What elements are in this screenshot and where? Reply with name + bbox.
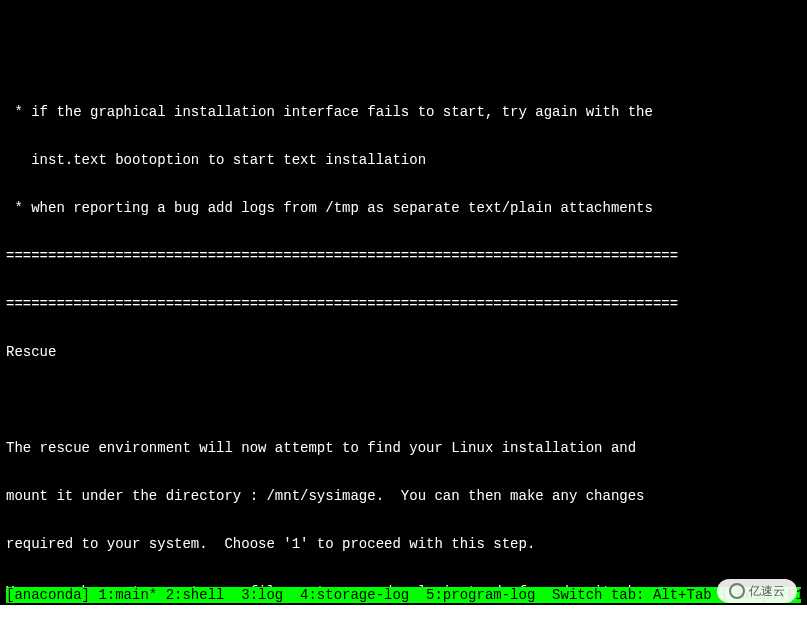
tip-line: * if the graphical installation interfac… bbox=[6, 104, 801, 120]
watermark-icon bbox=[729, 583, 745, 599]
bottom-margin bbox=[0, 605, 807, 629]
tip-line: * when reporting a bug add logs from /tm… bbox=[6, 200, 801, 216]
status-tabs[interactable]: [anaconda] 1:main* 2:shell 3:log 4:stora… bbox=[6, 587, 544, 603]
rescue-text: The rescue environment will now attempt … bbox=[6, 440, 801, 456]
watermark-text: 亿速云 bbox=[749, 583, 785, 599]
tmux-status-bar[interactable]: [anaconda] 1:main* 2:shell 3:log 4:stora… bbox=[6, 587, 801, 603]
tip-line: inst.text bootoption to start text insta… bbox=[6, 152, 801, 168]
watermark-badge: 亿速云 bbox=[717, 579, 797, 603]
rescue-text bbox=[6, 392, 801, 408]
terminal-output: * if the graphical installation interfac… bbox=[0, 64, 807, 629]
separator-line: ========================================… bbox=[6, 248, 801, 264]
rescue-title: Rescue bbox=[6, 344, 801, 360]
rescue-text: required to your system. Choose '1' to p… bbox=[6, 536, 801, 552]
separator-line: ========================================… bbox=[6, 296, 801, 312]
rescue-text: mount it under the directory : /mnt/sysi… bbox=[6, 488, 801, 504]
